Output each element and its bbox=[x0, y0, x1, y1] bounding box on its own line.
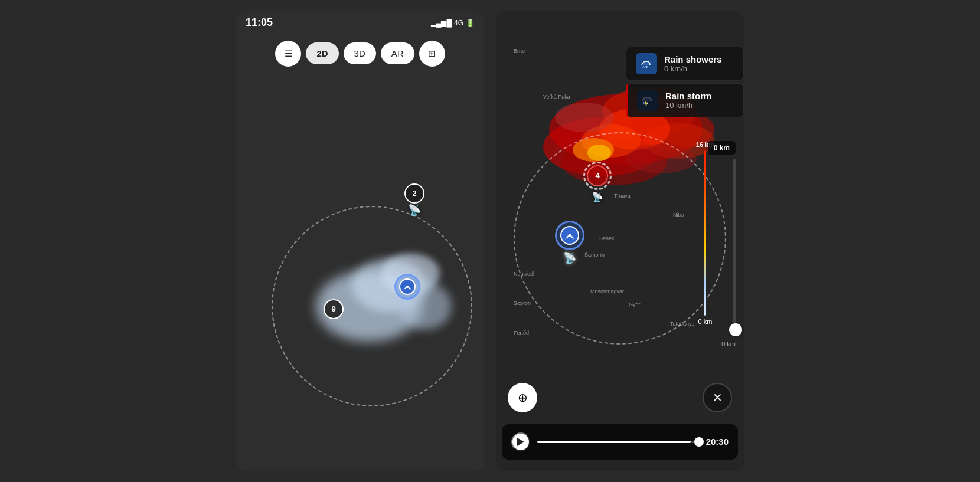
weather-cards-container: Rain showers 0 km/h Rain storm 10 km/h bbox=[626, 47, 744, 117]
rain-storm-svg bbox=[641, 93, 655, 107]
btn-3d[interactable]: 3D bbox=[344, 42, 376, 64]
menu-button[interactable]: ☰ bbox=[275, 41, 301, 67]
locate-button[interactable]: ⊕ bbox=[508, 383, 537, 412]
signal-bars-icon: ▂▄▆█ bbox=[431, 19, 452, 27]
weather-card-rain-storm[interactable]: Rain storm 10 km/h bbox=[626, 83, 744, 117]
right-panel: Trnava Nitra Gyor Tatabánya Brno Šamorín… bbox=[496, 11, 744, 471]
rain-storm-text: Rain storm 10 km/h bbox=[665, 91, 711, 110]
marker-9-badge: 9 bbox=[324, 299, 344, 319]
right-antenna-signal-icon bbox=[564, 230, 575, 241]
progress-thumb[interactable] bbox=[694, 437, 704, 447]
right-antenna-inner bbox=[560, 226, 579, 245]
right-antenna-icon: 📡 bbox=[563, 251, 576, 264]
status-time: 11:05 bbox=[246, 17, 273, 29]
layers-button[interactable]: ⊞ bbox=[419, 41, 445, 67]
play-icon bbox=[517, 438, 524, 446]
locate-icon: ⊕ bbox=[518, 391, 528, 405]
left-phone-panel: Brno Zlín Olomouc Trnava Nové Zámky Gyor… bbox=[236, 11, 484, 471]
close-icon: ✕ bbox=[713, 391, 723, 405]
antenna-tower-right[interactable]: 📡 bbox=[555, 221, 584, 264]
antenna-signal-icon bbox=[403, 282, 412, 291]
status-bar: 11:05 ▂▄▆█ 4G 🔋 bbox=[236, 11, 484, 35]
menu-icon: ☰ bbox=[285, 48, 292, 59]
marker-4-inner: 4 bbox=[587, 165, 608, 186]
left-dashed-circle bbox=[272, 206, 472, 406]
rain-showers-title: Rain showers bbox=[664, 54, 722, 64]
slider-track[interactable] bbox=[733, 159, 736, 330]
rain-storm-title: Rain storm bbox=[665, 91, 711, 101]
marker-9[interactable]: 9 bbox=[324, 299, 344, 319]
btn-ar[interactable]: AR bbox=[381, 42, 414, 64]
btn-2d[interactable]: 2D bbox=[306, 42, 338, 64]
svg-marker-14 bbox=[517, 438, 524, 446]
layers-icon: ⊞ bbox=[428, 48, 436, 59]
marker-4-container: 4 bbox=[583, 162, 612, 190]
marker-2[interactable]: 2 📡 bbox=[404, 183, 424, 217]
svg-point-11 bbox=[555, 103, 614, 132]
slider-bottom-value: 0 km bbox=[721, 340, 736, 347]
antenna-outer-ring bbox=[394, 274, 420, 300]
slider-top-value: 0 km bbox=[708, 141, 736, 155]
status-icons: ▂▄▆█ 4G 🔋 bbox=[431, 19, 475, 27]
bottom-controls: ⊕ ✕ bbox=[496, 383, 744, 412]
network-type-label: 4G bbox=[454, 19, 463, 27]
close-button[interactable]: ✕ bbox=[703, 383, 732, 412]
right-antenna-outer bbox=[555, 221, 584, 250]
playback-bar: 20:30 bbox=[502, 424, 738, 460]
rain-showers-svg bbox=[639, 57, 654, 71]
marker-2-antenna: 📡 bbox=[408, 204, 421, 217]
marker-4-antenna-icon: 📡 bbox=[592, 191, 603, 202]
rain-showers-icon bbox=[636, 53, 657, 74]
scale-line bbox=[704, 150, 706, 316]
slider-thumb[interactable] bbox=[729, 323, 742, 336]
marker-4-label: 4 bbox=[595, 171, 599, 180]
rain-storm-icon bbox=[637, 90, 658, 111]
rain-showers-speed: 0 km/h bbox=[664, 64, 722, 73]
playback-time: 20:30 bbox=[706, 437, 729, 447]
slider-container[interactable]: 0 km 0 km bbox=[708, 141, 736, 347]
antenna-inner-ring bbox=[399, 278, 416, 295]
marker-2-badge: 2 bbox=[404, 183, 424, 204]
rain-storm-speed: 10 km/h bbox=[665, 101, 711, 110]
battery-icon: 🔋 bbox=[466, 19, 475, 27]
weather-card-rain-showers[interactable]: Rain showers 0 km/h bbox=[626, 47, 744, 81]
rain-showers-text: Rain showers 0 km/h bbox=[664, 54, 722, 73]
marker-4[interactable]: 4 📡 bbox=[583, 162, 612, 202]
progress-track[interactable] bbox=[537, 441, 699, 443]
left-toolbar: ☰ 2D 3D AR ⊞ bbox=[236, 41, 484, 67]
antenna-tower-left[interactable] bbox=[394, 274, 420, 300]
right-dashed-circle bbox=[514, 132, 726, 345]
progress-fill bbox=[537, 441, 691, 443]
play-button[interactable] bbox=[511, 432, 530, 451]
